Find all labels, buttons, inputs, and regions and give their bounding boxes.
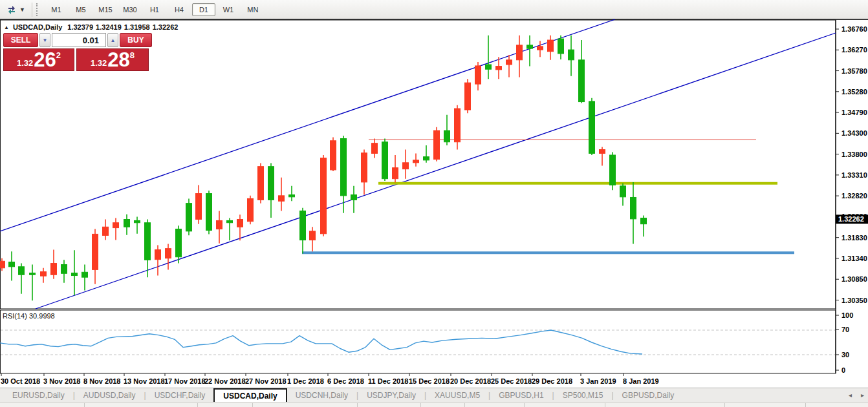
horizontal-level-lines[interactable]: [302, 140, 794, 253]
rsi-value: 30.9998: [29, 312, 55, 320]
candle: [475, 62, 481, 90]
status-strip: [0, 402, 868, 407]
candle: [362, 150, 367, 195]
candle: [331, 138, 336, 171]
buy-price-display[interactable]: 1.32 28 8: [76, 48, 149, 71]
candle: [579, 40, 585, 103]
svg-text:0: 0: [841, 366, 845, 374]
timeframe-button-m5[interactable]: M5: [69, 3, 92, 16]
candle: [155, 245, 161, 275]
chart-shift-icon[interactable]: [5, 4, 18, 16]
svg-text:30: 30: [841, 351, 849, 359]
svg-text:3 Jan 2019: 3 Jan 2019: [580, 377, 616, 385]
buy-price-big: 28: [107, 51, 129, 69]
tab-audusd-daily[interactable]: AUDUSD,Daily: [75, 388, 144, 402]
status-divider: [464, 403, 465, 407]
timeframe-button-m15[interactable]: M15: [94, 3, 117, 16]
candle: [465, 79, 471, 113]
candle: [186, 198, 192, 235]
tab-usdcad-daily[interactable]: USDCAD,Daily: [213, 388, 287, 402]
svg-text:15 Dec 2018: 15 Dec 2018: [409, 377, 450, 385]
timeframe-button-m1[interactable]: M1: [45, 3, 68, 16]
svg-text:17 Nov 2018: 17 Nov 2018: [164, 377, 206, 385]
candle: [0, 258, 5, 271]
candle: [124, 214, 130, 235]
volume-increase-button[interactable]: ▲: [107, 33, 118, 47]
tab-usdjpy-daily[interactable]: USDJPY,Daily: [358, 388, 424, 402]
svg-text:1.31340: 1.31340: [841, 255, 867, 262]
volume-decrease-button[interactable]: ▼: [39, 33, 50, 47]
tab-xauusd-m5[interactable]: XAUUSD,M5: [426, 388, 488, 402]
candle: [506, 55, 512, 78]
rsi-indicator-label: RSI(14) 30.9998: [3, 312, 55, 320]
terminal-window: ▼ M1M5M15M30H1H4D1W1MN 1.367601.362701.3…: [0, 0, 868, 407]
toolbar-grip[interactable]: [36, 3, 40, 16]
tab-scroll-left-icon[interactable]: ◂: [849, 391, 852, 399]
svg-text:1 Dec 2018: 1 Dec 2018: [287, 377, 324, 385]
buy-price-sup: 8: [130, 50, 135, 60]
candle: [82, 265, 88, 291]
timeframe-button-w1[interactable]: W1: [217, 3, 240, 16]
svg-text:1.33800: 1.33800: [841, 151, 867, 158]
symbol-tabbar: EURUSD,Daily|AUDUSD,Daily|USDCHF,DailyUS…: [0, 388, 868, 402]
candle: [558, 36, 564, 59]
status-divider: [605, 403, 605, 407]
candle: [113, 218, 119, 240]
tab-scroll-right-icon[interactable]: ▸: [861, 391, 864, 399]
candle: [382, 139, 388, 181]
svg-text:1.33310: 1.33310: [841, 171, 867, 179]
status-divider: [724, 403, 725, 407]
timeframe-button-h4[interactable]: H4: [168, 3, 191, 16]
tab-usdcnh-daily[interactable]: USDCNH,Daily: [287, 388, 356, 402]
tab-eurusd-daily[interactable]: EURUSD,Daily: [4, 388, 73, 402]
candle: [30, 265, 36, 301]
tab-usdchf-daily[interactable]: USDCHF,Daily: [146, 388, 214, 402]
svg-text:8 Nov 2018: 8 Nov 2018: [83, 377, 120, 385]
candle: [527, 36, 533, 67]
candle: [424, 145, 429, 163]
chart-symbol-label: USDCAD,Daily: [13, 23, 62, 31]
tab-sp500-m15[interactable]: SP500,M15: [554, 388, 612, 402]
candle: [548, 36, 554, 60]
candle: [486, 36, 492, 79]
candle: [300, 208, 306, 254]
candle: [196, 185, 202, 224]
timeframe-button-m30[interactable]: M30: [118, 3, 142, 16]
chart-shift-dropdown-icon[interactable]: ▼: [19, 6, 25, 13]
status-divider: [420, 403, 421, 407]
svg-text:1.34300: 1.34300: [841, 129, 867, 137]
candle: [310, 227, 316, 251]
volume-input[interactable]: [52, 33, 106, 47]
price-axis: 1.367601.362701.357801.352801.347901.343…: [836, 25, 867, 304]
candle: [206, 191, 212, 234]
timeframe-buttons: M1M5M15M30H1H4D1W1MN: [44, 3, 265, 16]
sell-price-display[interactable]: 1.32 26 2: [3, 48, 74, 71]
buy-button[interactable]: BUY: [120, 33, 152, 47]
timeframe-button-d1[interactable]: D1: [192, 3, 215, 16]
candle: [341, 136, 347, 213]
sell-button[interactable]: SELL: [3, 33, 38, 47]
tab-gbpusd-daily[interactable]: GBPUSD,Daily: [614, 388, 683, 402]
candle: [434, 127, 440, 162]
svg-text:8 Jan 2019: 8 Jan 2019: [623, 377, 659, 385]
candle: [393, 155, 398, 183]
svg-text:1.36760: 1.36760: [841, 25, 867, 33]
timeframe-button-h1[interactable]: H1: [143, 3, 166, 16]
svg-text:1.32820: 1.32820: [841, 192, 867, 200]
candle: [145, 220, 151, 278]
svg-text:70: 70: [841, 326, 849, 333]
svg-text:29 Dec 2018: 29 Dec 2018: [532, 377, 572, 385]
chart-ohlc-title: ▲ USDCAD,Daily 1.32379 1.32419 1.31958 1…: [4, 23, 178, 31]
tab-gbpusd-h1[interactable]: GBPUSD,H1: [490, 388, 552, 402]
chart-canvas[interactable]: 1.367601.362701.357801.352801.347901.343…: [0, 19, 868, 388]
collapse-arrow-icon[interactable]: ▲: [4, 25, 9, 30]
candle: [135, 217, 140, 234]
candle: [103, 220, 109, 240]
candle: [641, 216, 647, 237]
current-price-tag: 1.32262: [836, 214, 868, 224]
timeframe-button-mn[interactable]: MN: [241, 3, 265, 16]
tab-scroll-controls: ◂ ▸: [849, 388, 864, 402]
svg-text:1.35780: 1.35780: [841, 67, 867, 75]
candle: [600, 147, 605, 166]
candle: [403, 150, 409, 179]
